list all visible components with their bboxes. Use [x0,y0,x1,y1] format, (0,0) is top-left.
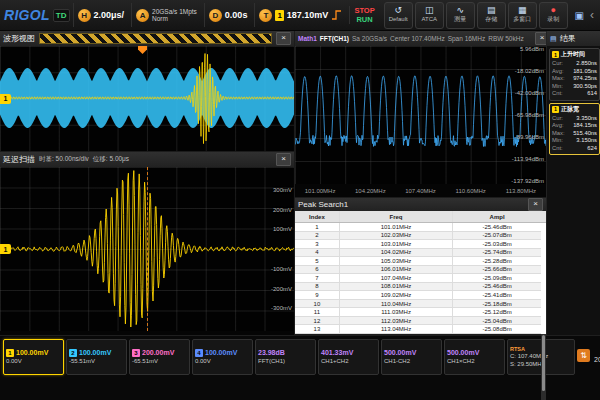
peak-ampl: -25.03dBm [453,240,541,248]
peak-ampl: -25.07dBm [453,232,541,240]
screenshot-icon[interactable]: ▣ [575,10,584,21]
peak-search-close-button[interactable]: × [528,198,543,211]
peak-table-body: 1101.01MHz-25.46dBm2102.03MHz-25.07dBm31… [295,223,546,334]
result-card[interactable]: 1正脉宽Cur:3.350nsAvg:184.15nsMax:515.40nsM… [549,103,600,156]
channel-scale: 100.00mV [16,349,48,357]
oscilloscope-ui: RIGOL TD H 2.00μs/ A 20GSa/s 1Mpts Norm … [0,0,600,400]
trigger-settings-group[interactable]: T 1 187.10mV [254,3,346,27]
math-expression: CH1×CH2 [447,358,502,365]
result-card-header: 1上升时间 [552,50,597,59]
fft-svg [295,46,546,184]
atca-button-label: ATCA [421,16,437,23]
result-card[interactable]: 1上升时间Cur:2.850nsAvg:181.05nsMax:974.25ns… [549,48,600,101]
stat-value: 3.350ns [576,115,597,123]
system-status-icon[interactable]: ⇅ [577,349,590,362]
measure-button[interactable]: ∿测量 [446,2,475,29]
acquire-knob-icon[interactable]: A [136,9,149,22]
channel-box-ch2[interactable]: 2100.00mV-55.51mV [66,339,127,375]
record-button[interactable]: ●录制 [539,2,568,29]
waveform-view-plot[interactable]: 1 [0,46,294,151]
peak-table-row[interactable]: 3103.01MHz-25.03dBm [295,240,541,249]
peak-freq: 108.01MHz [340,283,453,291]
stop-label: STOP [354,6,374,15]
acquisition-settings-group[interactable]: A 20GSa/s 1Mpts Norm [131,3,201,27]
trigger-knob-icon[interactable]: T [259,9,272,22]
channel-box-ch1[interactable]: 1100.00mV0.00V [3,339,64,375]
zoom-channel1-tag[interactable]: 1 [0,244,11,254]
peak-table-row[interactable]: 8108.01MHz-25.46dBm [295,283,541,292]
peak-table-scrollbar[interactable] [541,334,546,400]
storage-button[interactable]: ▤存储 [477,2,506,29]
multiwindow-button[interactable]: ▦多窗口 [508,2,537,29]
results-icon: ▤ [550,35,557,43]
zoom-view-close-button[interactable]: × [276,153,291,166]
math-box-2[interactable]: 401.33mVCH1+CH2 [318,339,379,375]
peak-freq: 107.04MHz [340,274,453,282]
drag-handle-stripes[interactable] [39,33,272,44]
clock-area: ⇅ 19:08:21 2024/08/01 [577,339,600,371]
peak-index: 1 [295,223,340,231]
peak-ampl: -25.66dBm [453,266,541,274]
zoom-timebase-label: 时基: 50.00ns/div [39,155,89,164]
channel1-tag[interactable]: 1 [0,94,11,104]
peak-table-row[interactable]: 5105.03MHz-25.28dBm [295,257,541,266]
right-column: Math1FFT(CH1)Sa 20GSa/sCenter 107.40MHzS… [294,31,546,335]
result-card-header: 1正脉宽 [552,105,597,114]
peak-freq: 110.04MHz [340,300,453,308]
channel-offset: 0.00V [195,358,250,365]
system-clock: 19:08:21 2024/08/01 [594,346,600,364]
zoom-view-plot[interactable]: 300mV200mV100mV-100mV-200mV-300mV 1 [0,167,294,331]
atca-button[interactable]: ◫ATCA [415,2,444,29]
horizontal-settings-group[interactable]: H 2.00μs/ [73,3,129,27]
measure-button-label: 测量 [454,16,466,23]
delay-knob-icon[interactable]: D [209,9,222,22]
math-box-4[interactable]: 500.00mVCH1×CH2 [444,339,505,375]
channel-box-ch3[interactable]: 3200.00mV-65.51mV [129,339,190,375]
default-button[interactable]: ↺Default [384,2,413,29]
peak-table-row[interactable]: 11111.03MHz-25.12dBm [295,308,541,317]
stat-label: Min: [552,137,563,145]
channel-number-chip: 2 [69,349,77,357]
measure-icon: ∿ [456,6,464,16]
fft-header-part: FFT(CH1) [320,35,349,42]
peak-table-row[interactable]: 4104.02MHz-25.74dBm [295,249,541,258]
peak-table-row[interactable]: 2102.03MHz-25.07dBm [295,232,541,241]
peak-table-row[interactable]: 1101.01MHz-25.46dBm [295,223,541,232]
record-icon: ● [550,6,555,16]
peak-table-row[interactable]: 6106.01MHz-25.66dBm [295,266,541,275]
rising-edge-icon [331,10,342,20]
bottom-status-bar: 1100.00mV0.00V2100.00mV-55.51mV3200.00mV… [0,335,600,400]
waveform-view-close-button[interactable]: × [276,32,291,45]
peak-ampl: -25.46dBm [453,283,541,291]
peak-freq: 112.03MHz [340,317,453,325]
stat-label: Avg: [552,68,564,76]
channel-box-ch4[interactable]: 4100.00mV0.00V [192,339,253,375]
horizontal-knob-icon[interactable]: H [78,9,91,22]
peak-table-row[interactable]: 9109.02MHz-25.41dBm [295,291,541,300]
scrollbar-thumb[interactable] [542,335,545,391]
math-box-3[interactable]: 500.00mVCH1-CH2 [381,339,442,375]
peak-ampl: -25.74dBm [453,249,541,257]
collapse-chevron-icon[interactable]: ‹ [588,8,596,22]
channel-offset: -55.51mV [69,358,124,365]
fft-plot[interactable]: 5.96dBm-18.02dBm-42.00dBm-65.98dBm-89.96… [295,46,546,184]
channel-offset: -65.51mV [132,358,187,365]
peak-ampl: -25.12dBm [453,308,541,316]
peak-table-row[interactable]: 7107.04MHz-25.09dBm [295,274,541,283]
fft-header-parts: Math1FFT(CH1)Sa 20GSa/sCenter 107.40MHzS… [298,35,527,42]
peak-freq: 103.01MHz [340,240,453,248]
acquire-mode-value: Norm [152,15,197,22]
math-scale: 500.00mV [384,349,439,357]
peak-table-row[interactable]: 12112.03MHz-25.04dBm [295,317,541,326]
multiwindow-icon: ▦ [518,6,527,16]
rigol-logo: RIGOL [4,7,50,23]
result-stat-row: Min:3.150ns [552,137,597,145]
run-stop-button[interactable]: STOP RUN [349,6,378,24]
peak-table-row[interactable]: 10110.04MHz-25.18dBm [295,300,541,309]
math-box-1[interactable]: 23.98dBFFT(CH1) [255,339,316,375]
peak-freq: 106.01MHz [340,266,453,274]
delay-settings-group[interactable]: D 0.00s [204,3,252,27]
channel-info-line: 4100.00mV [195,349,250,357]
peak-table-row[interactable]: 13113.04MHz-25.08dBm [295,325,541,334]
storage-button-label: 存储 [485,16,497,23]
